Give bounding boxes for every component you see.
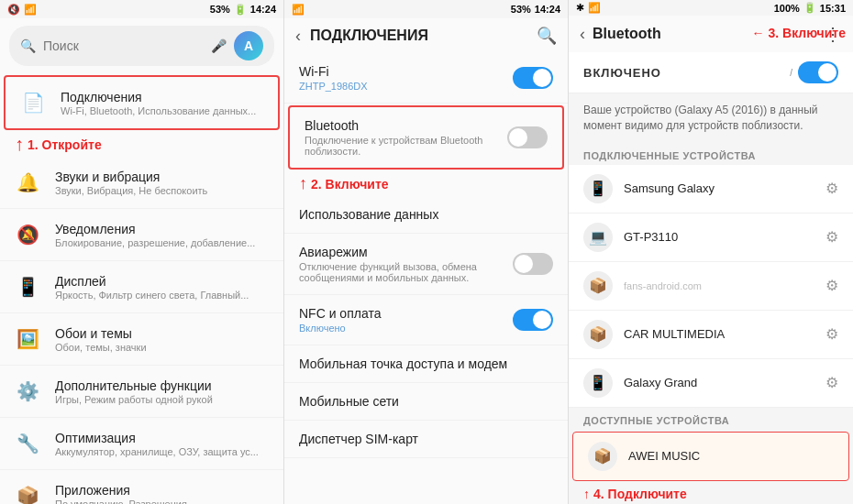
airplane-text: Авиарежим Отключение функций вызова, обм… [299, 245, 513, 283]
bluetooth-text: Bluetooth Подключение к устройствам Blue… [305, 118, 507, 157]
status-left-3: ✱ 📶 [576, 2, 601, 14]
settings-list: 📄 Подключения Wi-Fi, Bluetooth, Использо… [0, 73, 283, 504]
device-awei-music[interactable]: 📦 AWEI MUSIC [572, 432, 849, 481]
bluetooth-description: Ваше устройство (Galaxy A5 (2016)) в дан… [569, 93, 853, 143]
slash-divider: / [790, 68, 792, 78]
nfc-title: NFC и оплата [299, 306, 513, 321]
device-icon-fans: 📦 [583, 271, 613, 301]
sounds-text: Звуки и вибрация Звуки, Вибрация, Не бес… [55, 170, 272, 196]
device-icon-gt: 💻 [583, 223, 613, 252]
connection-wifi[interactable]: Wi-Fi ZHTP_1986DX [284, 53, 568, 104]
gear-icon-grand[interactable]: ⚙ [825, 374, 838, 391]
status-right-3: 100% 🔋 15:31 [774, 2, 846, 14]
battery-2: 53% [511, 4, 531, 15]
bluetooth-enabled-bar: ВКЛЮЧЕНО / [569, 52, 853, 93]
connections-header: ‹ ПОДКЛЮЧЕНИЯ 🔍 [284, 18, 568, 53]
bluetooth-toggle[interactable] [507, 126, 548, 148]
optimize-text: Оптимизация Аккумулятор, хранилище, ОЗУ,… [55, 431, 272, 457]
toggle-area: / [790, 61, 838, 83]
device-name-fans: fans-android.com [624, 280, 814, 291]
device-samsung-galaxy[interactable]: 📱 Samsung Galaxy ⚙ [569, 165, 853, 214]
search-bar[interactable]: 🔍 🎤 А [9, 26, 274, 66]
sim-text: Диспетчер SIM-карт [299, 432, 553, 446]
wallpaper-subtitle: Обои, темы, значки [55, 342, 272, 353]
status-left-2: 📶 [292, 4, 305, 16]
gear-icon-samsung[interactable]: ⚙ [825, 180, 838, 197]
back-arrow-2[interactable]: ‹ [295, 27, 301, 46]
device-gt-p3110[interactable]: 💻 GT-P3110 ⚙ [569, 214, 853, 262]
connection-hotspot[interactable]: Мобильная точка доступа и модем [284, 345, 568, 383]
apps-icon: 📦 [11, 479, 44, 504]
settings-item-display[interactable]: 📱 Дисплей Яркость, Фильтр синего света, … [0, 261, 283, 313]
panel-bluetooth: ✱ 📶 100% 🔋 15:31 ‹ Bluetooth ⋮ ← 3. Вклю… [569, 0, 853, 504]
airplane-title: Авиарежим [299, 245, 513, 259]
arrow-step4: ↑ [583, 487, 590, 501]
device-car-multimedia[interactable]: 📦 CAR MULTIMEDIA ⚙ [569, 311, 853, 359]
sounds-subtitle: Звуки, Вибрация, Не беспокоить [55, 185, 272, 196]
time-3: 15:31 [820, 3, 846, 14]
device-galaxy-grand[interactable]: 📱 Galaxy Grand ⚙ [569, 359, 853, 408]
wifi-toggle[interactable] [513, 67, 553, 89]
mobile-text: Мобильные сети [299, 394, 553, 409]
connection-nfc[interactable]: NFC и оплата Включено [284, 295, 568, 345]
wallpaper-text: Обои и темы Обои, темы, значки [55, 326, 272, 353]
step2-label: 2. Включите [311, 177, 389, 192]
settings-item-advanced[interactable]: ⚙️ Дополнительные функции Игры, Режим ра… [0, 366, 283, 418]
arrow-icon-1: ↑ [15, 134, 24, 155]
panel-connections: 📶 53% 14:24 ‹ ПОДКЛЮЧЕНИЯ 🔍 Wi-Fi ZHTP_1… [284, 0, 569, 504]
connection-mobile[interactable]: Мобильные сети [284, 383, 568, 421]
connections-subtitle: Wi-Fi, Bluetooth, Использование данных..… [61, 105, 267, 116]
connections-list: Wi-Fi ZHTP_1986DX Bluetooth Подключение … [284, 53, 568, 504]
connection-airplane[interactable]: Авиарежим Отключение функций вызова, обм… [284, 234, 568, 295]
search-icon-2[interactable]: 🔍 [537, 26, 557, 46]
data-usage-title: Использование данных [299, 207, 553, 222]
display-text: Дисплей Яркость, Фильтр синего света, Гл… [55, 274, 272, 301]
advanced-text: Дополнительные функции Игры, Режим работ… [55, 378, 272, 405]
notifications-subtitle: Блокирование, разрешение, добавление... [55, 237, 272, 248]
connection-data-usage[interactable]: Использование данных [284, 196, 568, 234]
nfc-toggle[interactable] [513, 309, 553, 331]
status-right-1: 53% 🔋 14:24 [210, 4, 276, 16]
settings-item-sounds[interactable]: 🔔 Звуки и вибрация Звуки, Вибрация, Не б… [0, 157, 283, 209]
connection-bluetooth[interactable]: Bluetooth Подключение к устройствам Blue… [288, 105, 564, 170]
step2-annotation-row: ↑ 2. Включите [284, 171, 568, 196]
mic-icon: 🎤 [211, 38, 227, 53]
connection-sim[interactable]: Диспетчер SIM-карт [284, 421, 568, 458]
gear-icon-fans[interactable]: ⚙ [825, 277, 838, 294]
status-right-2: 53% 14:24 [511, 4, 560, 15]
device-icon-awei: 📦 [588, 442, 617, 471]
settings-item-wallpaper[interactable]: 🖼️ Обои и темы Обои, темы, значки [0, 313, 283, 366]
wifi-subtitle: ZHTP_1986DX [299, 81, 513, 92]
gear-icon-gt[interactable]: ⚙ [825, 228, 838, 246]
status-bar-2: 📶 53% 14:24 [284, 0, 568, 18]
wifi-signal-icon: 📶 [24, 4, 37, 16]
settings-item-notifications[interactable]: 🔕 Уведомления Блокирование, разрешение, … [0, 209, 283, 261]
advanced-subtitle: Игры, Режим работы одной рукой [55, 394, 272, 405]
airplane-toggle[interactable] [513, 253, 553, 275]
back-arrow-3[interactable]: ‹ [580, 25, 585, 44]
connected-section-title: ПОДКЛЮЧЕННЫЕ УСТРОЙСТВА [569, 143, 853, 165]
settings-item-connections[interactable]: 📄 Подключения Wi-Fi, Bluetooth, Использо… [4, 75, 280, 130]
settings-item-optimize[interactable]: 🔧 Оптимизация Аккумулятор, хранилище, ОЗ… [0, 418, 283, 470]
arrow-step3: ← [751, 26, 764, 40]
search-icon: 🔍 [20, 38, 36, 53]
connections-text: Подключения Wi-Fi, Bluetooth, Использова… [61, 90, 267, 116]
panel-main-settings: 🔇 📶 53% 🔋 14:24 🔍 🎤 А 📄 Подключения Wi-F… [0, 0, 284, 504]
battery-icon-1: 🔋 [234, 4, 247, 16]
bluetooth-main-toggle[interactable] [798, 61, 838, 83]
signal-icon-3: 📶 [588, 2, 601, 14]
device-icon-grand: 📱 [583, 368, 613, 398]
wifi-text: Wi-Fi ZHTP_1986DX [299, 64, 513, 92]
avatar[interactable]: А [234, 31, 263, 60]
apps-subtitle: По умолчанию, Разрешения [55, 499, 272, 505]
gear-icon-car[interactable]: ⚙ [825, 325, 838, 343]
hotspot-title: Мобильная точка доступа и модем [299, 356, 553, 371]
available-section-title: ДОСТУПНЫЕ УСТРОЙСТВА [569, 408, 853, 430]
nfc-text: NFC и оплата Включено [299, 306, 513, 334]
step4-label: 4. Подключите [593, 487, 687, 501]
device-name-samsung: Samsung Galaxy [624, 181, 814, 195]
search-input[interactable] [43, 38, 204, 53]
device-fans-android[interactable]: 📦 fans-android.com ⚙ [569, 262, 853, 311]
device-name-car: CAR MULTIMEDIA [624, 327, 814, 341]
settings-item-apps[interactable]: 📦 Приложения По умолчанию, Разрешения [0, 470, 283, 504]
